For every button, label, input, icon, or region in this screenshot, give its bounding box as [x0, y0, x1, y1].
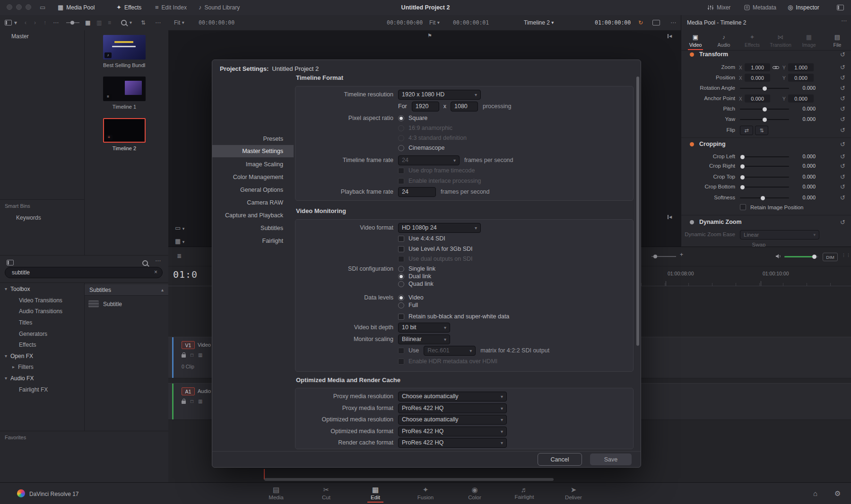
reset-icon[interactable]: ↺ — [840, 95, 845, 102]
interlace-processing-checkbox[interactable] — [398, 178, 404, 184]
crop-left-value[interactable]: 0.000 — [794, 154, 816, 159]
auto-select-icon[interactable]: □ — [191, 399, 193, 404]
lock-icon[interactable] — [182, 401, 186, 404]
video-format-select[interactable]: HD 1080p 24▾ — [398, 223, 481, 233]
crop-right-slider[interactable] — [740, 166, 789, 167]
link-icon[interactable] — [773, 66, 779, 69]
settings-nav-color-management[interactable]: Color Management — [212, 171, 294, 183]
page-cut[interactable]: ✂Cut — [310, 486, 343, 500]
crop-bottom-slider[interactable] — [740, 187, 789, 188]
section-enable-dot[interactable] — [690, 142, 694, 146]
sound-library-button[interactable]: ♪Sound Library — [199, 0, 240, 15]
hdr-metadata-checkbox[interactable] — [398, 359, 404, 365]
crop-left-slider[interactable] — [740, 156, 789, 157]
timeline-zoom-slider[interactable] — [651, 256, 676, 257]
page-deliver[interactable]: ➤Deliver — [557, 486, 590, 500]
inspector-toggle-button[interactable]: ◎Inspector — [788, 0, 819, 15]
crop-right-value[interactable]: 0.000 — [794, 163, 816, 169]
crop-bottom-value[interactable]: 0.000 — [794, 184, 816, 189]
loop-icon[interactable]: ↻ — [638, 15, 643, 30]
strip-view-icon[interactable]: ▥ — [96, 15, 102, 30]
settings-nav-fairlight[interactable]: Fairlight — [212, 235, 294, 247]
dialog-scrollbar[interactable] — [636, 77, 639, 346]
effects-search-icon[interactable] — [142, 260, 148, 267]
tab-file[interactable]: ▤File — [823, 30, 851, 50]
track-enable-icon[interactable]: ▥ — [198, 352, 202, 358]
edit-index-button[interactable]: ≡Edit Index — [155, 0, 187, 15]
jump-to-start-icon[interactable]: ◀ — [668, 215, 672, 219]
inspector-menu-icon[interactable]: ⋯ — [841, 17, 847, 24]
media-clip[interactable]: ♪ Best Selling Bundl... — [103, 35, 146, 68]
reset-icon[interactable]: ↺ — [840, 74, 845, 81]
tree-item-audio-transitions[interactable]: Audio Transitions — [19, 306, 62, 316]
pixel-aspect-square-radio[interactable] — [398, 115, 404, 121]
dynamic-zoom-ease-select[interactable]: Linear▾ — [740, 230, 819, 239]
settings-gear-icon[interactable]: ⚙ — [834, 489, 841, 498]
use-444-sdi-checkbox[interactable] — [398, 236, 404, 242]
forward-icon[interactable]: › — [34, 15, 36, 30]
window-minimize-button[interactable] — [16, 4, 22, 10]
reset-icon[interactable]: ↺ — [840, 85, 845, 92]
reset-icon[interactable]: ↺ — [840, 153, 845, 160]
position-x-field[interactable]: 0.000 — [745, 74, 770, 82]
tab-audio[interactable]: ♪Audio — [710, 30, 738, 50]
page-edit[interactable]: ▦Edit — [359, 486, 392, 503]
timeline-resolution-select[interactable]: 1920 x 1080 HD▾ — [398, 90, 481, 100]
effects-search-input[interactable] — [5, 267, 163, 278]
panel-resize-handle[interactable]: ⋮⋮ — [842, 253, 851, 257]
thumbnail-view-icon[interactable]: ▦ — [85, 15, 90, 30]
settings-nav-image-scaling[interactable]: Image Scaling — [212, 158, 294, 171]
media-clip-selected[interactable]: ≡ Timeline 2 — [103, 118, 146, 151]
volume-slider-handle[interactable] — [812, 255, 816, 259]
data-levels-video-radio[interactable] — [398, 295, 404, 301]
tree-item-generators[interactable]: Generators — [19, 328, 47, 339]
chevron-down-icon[interactable]: ▾ — [14, 15, 17, 30]
video-bit-depth-select[interactable]: 10 bit▾ — [398, 323, 450, 333]
dual-outputs-sdi-checkbox[interactable] — [398, 256, 404, 262]
softness-value[interactable]: 0.000 — [794, 195, 816, 200]
optimized-media-format-select[interactable]: ProRes 422 HQ▾ — [398, 427, 507, 436]
effects-menu-icon[interactable]: ⋯ — [155, 257, 161, 264]
tab-transition[interactable]: ⋈Transition — [766, 30, 795, 50]
clear-search-icon[interactable]: × — [154, 269, 157, 275]
tab-effects[interactable]: ✦Effects — [738, 30, 766, 50]
pixel-aspect-43-radio[interactable] — [398, 135, 404, 141]
options-menu-icon[interactable]: ⋯ — [155, 15, 161, 30]
viewer-options-icon[interactable]: ⋯ — [670, 15, 676, 30]
page-color[interactable]: ◉Color — [458, 486, 491, 500]
playback-frame-rate-input[interactable]: 24 — [398, 187, 436, 197]
sdi-dual-link-radio[interactable] — [398, 273, 404, 280]
timeline-frame-rate-select[interactable]: 24▾ — [398, 155, 460, 165]
cinema-viewer-icon[interactable] — [652, 15, 660, 30]
panel-layout-icon[interactable] — [837, 0, 844, 15]
list-view-icon[interactable]: ≡ — [108, 15, 111, 30]
reset-icon[interactable]: ↺ — [840, 116, 845, 123]
lock-icon[interactable] — [182, 354, 186, 358]
sdi-single-link-radio[interactable] — [398, 266, 404, 272]
render-cache-format-select[interactable]: ProRes 422 HQ▾ — [398, 438, 507, 448]
cropping-section-header[interactable]: Cropping↺ — [681, 140, 851, 149]
bin-up-icon[interactable]: ↑ — [43, 15, 46, 30]
speaker-icon[interactable] — [775, 254, 782, 259]
page-fusion[interactable]: ✦Fusion — [409, 486, 442, 500]
use-matrix-checkbox[interactable] — [398, 348, 404, 354]
audio-track-header[interactable]: A1 Audio 1 □▥ — [168, 384, 212, 419]
swap-button[interactable]: Swap — [740, 242, 778, 247]
viewer-zoom-select[interactable]: Fit ▾ — [429, 15, 440, 30]
auto-select-icon[interactable]: □ — [191, 352, 193, 358]
page-fairlight[interactable]: ♬Fairlight — [508, 486, 541, 500]
reset-icon[interactable]: ↺ — [840, 141, 845, 148]
track-badge-a1[interactable]: A1 — [182, 387, 195, 395]
reset-icon[interactable]: ↺ — [840, 64, 845, 71]
transform-section-header[interactable]: Transform↺ — [681, 50, 851, 60]
media-pool-toggle-button[interactable]: ▦Media Pool — [58, 0, 95, 15]
chevron-down-icon[interactable]: ▾ — [130, 15, 132, 30]
position-y-field[interactable]: 0.000 — [788, 74, 814, 82]
timeline-select[interactable]: Timeline 2 ▾ — [524, 15, 554, 30]
matrix-select[interactable]: Rec.601▾ — [424, 346, 476, 356]
pixel-aspect-169-radio[interactable] — [398, 125, 404, 131]
viewer-menu-icon[interactable]: ⋯ — [412, 15, 418, 30]
save-button[interactable]: Save — [590, 453, 632, 466]
anchor-x-field[interactable]: 0.000 — [745, 94, 770, 103]
media-pool-menu-icon[interactable]: ⋯ — [53, 15, 59, 30]
